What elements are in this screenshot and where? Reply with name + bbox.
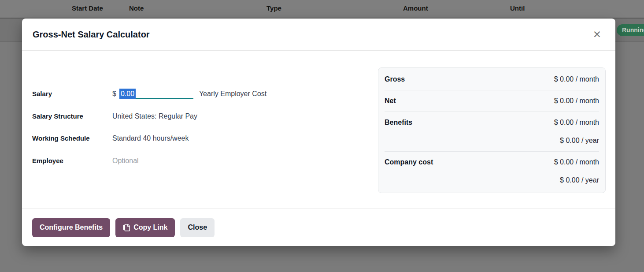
- salary-field-row: Salary $ 0.00 Yearly Employer Cost: [32, 88, 266, 100]
- yearly-employer-cost-label: Yearly Employer Cost: [199, 88, 266, 100]
- summary-row-company-cost: Company cost $ 0.00 / month $ 0.00 / yea…: [385, 152, 599, 191]
- column-header-type: Type: [266, 0, 281, 18]
- summary-row-net: Net $ 0.00 / month: [385, 90, 599, 112]
- close-button-label: Close: [188, 224, 207, 231]
- working-schedule-value[interactable]: Standard 40 hours/week: [112, 133, 189, 144]
- employee-label: Employee: [32, 155, 112, 167]
- dialog-footer: Configure Benefits Copy Link Close: [22, 209, 615, 246]
- close-icon[interactable]: ✕: [589, 28, 605, 41]
- salary-label: Salary: [32, 88, 112, 100]
- configure-benefits-label: Configure Benefits: [40, 224, 103, 231]
- gross-month-value: $ 0.00 / month: [554, 74, 599, 85]
- company-cost-label: Company cost: [385, 156, 433, 168]
- close-button[interactable]: Close: [180, 218, 215, 237]
- net-label: Net: [385, 95, 396, 107]
- column-header-amount: Amount: [403, 0, 428, 18]
- employee-field-row: Employee Optional: [32, 155, 139, 167]
- summary-row-gross: Gross $ 0.00 / month: [385, 69, 599, 90]
- copy-link-button[interactable]: Copy Link: [115, 218, 175, 237]
- column-header-start-date: Start Date: [72, 0, 103, 18]
- salary-structure-label: Salary Structure: [32, 111, 112, 122]
- dialog-title: Gross-Net Salary Calculator: [33, 30, 150, 40]
- column-header-until: Until: [510, 0, 525, 18]
- benefits-month-value: $ 0.00 / month: [554, 117, 599, 128]
- gross-net-salary-calculator-dialog: Gross-Net Salary Calculator ✕ Salary $ 0…: [22, 19, 615, 246]
- currency-symbol: $: [112, 88, 116, 100]
- employee-input[interactable]: Optional: [112, 155, 139, 167]
- benefits-year-value: $ 0.00 / year: [385, 135, 599, 146]
- working-schedule-field-row: Working Schedule Standard 40 hours/week: [32, 133, 189, 144]
- salary-input[interactable]: 0.00: [119, 88, 193, 99]
- status-badge-running: Running: [617, 24, 644, 36]
- column-header-note: Note: [129, 0, 144, 18]
- copy-link-label: Copy Link: [133, 224, 167, 231]
- company-cost-year-value: $ 0.00 / year: [385, 175, 599, 186]
- net-month-value: $ 0.00 / month: [554, 95, 599, 107]
- dialog-header: Gross-Net Salary Calculator ✕: [22, 19, 615, 51]
- configure-benefits-button[interactable]: Configure Benefits: [32, 218, 110, 237]
- salary-input-selected-text: 0.00: [119, 89, 136, 99]
- summary-row-benefits: Benefits $ 0.00 / month $ 0.00 / year: [385, 112, 599, 152]
- working-schedule-label: Working Schedule: [32, 133, 112, 144]
- copy-icon: [123, 224, 130, 231]
- salary-structure-value[interactable]: United States: Regular Pay: [112, 111, 197, 122]
- background-table-header: Start Date Note Type Amount Until: [0, 0, 644, 19]
- salary-summary-panel: Gross $ 0.00 / month Net $ 0.00 / month …: [378, 67, 606, 193]
- company-cost-month-value: $ 0.00 / month: [554, 156, 599, 168]
- benefits-label: Benefits: [385, 117, 412, 128]
- salary-structure-field-row: Salary Structure United States: Regular …: [32, 111, 197, 122]
- dialog-body: Salary $ 0.00 Yearly Employer Cost Salar…: [22, 51, 615, 209]
- gross-label: Gross: [385, 74, 405, 85]
